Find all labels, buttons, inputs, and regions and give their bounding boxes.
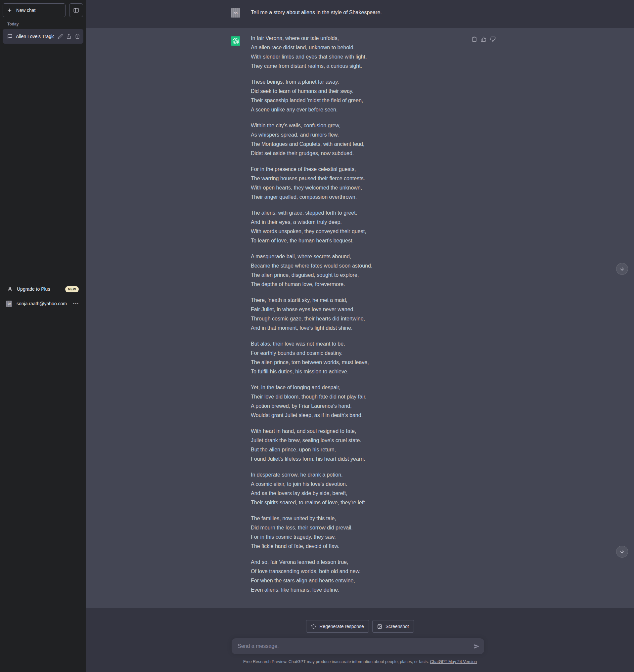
- down-arrow-icon: [619, 266, 625, 271]
- sidebar-conversation-item[interactable]: Alien Love's Tragic T: [3, 29, 84, 44]
- account-avatar: so: [6, 301, 12, 307]
- new-chat-button[interactable]: New chat: [3, 3, 66, 17]
- action-buttons-row: Regenerate response Screenshot: [86, 620, 634, 633]
- plus-icon: [7, 8, 12, 13]
- message-actions: [472, 37, 496, 42]
- chat-main: so Tell me a story about aliens in the s…: [86, 0, 634, 672]
- ellipsis-icon: •••: [73, 301, 79, 306]
- assistant-avatar: [231, 37, 240, 46]
- user-message-row: so Tell me a story about aliens in the s…: [86, 0, 634, 28]
- upgrade-label: Upgrade to Plus: [17, 286, 50, 292]
- poem-stanza: And so, fair Verona learned a lesson tru…: [251, 557, 483, 595]
- person-icon: [7, 286, 13, 292]
- composer-area: Regenerate response Screenshot Free Rese…: [86, 608, 634, 672]
- panel-icon: [73, 7, 79, 13]
- poem-stanza: In fair Verona, where our tale unfolds,A…: [251, 34, 483, 71]
- thumbs-down-icon[interactable]: [490, 37, 496, 42]
- poem-stanza: For in the presence of these celestial g…: [251, 165, 483, 202]
- assistant-message-text: In fair Verona, where our tale unfolds,A…: [251, 34, 483, 595]
- screenshot-label: Screenshot: [385, 624, 409, 629]
- thumbs-up-icon[interactable]: [481, 37, 487, 42]
- poem-stanza: There, 'neath a starlit sky, he met a ma…: [251, 296, 483, 333]
- new-badge: NEW: [65, 286, 79, 292]
- footer-version-link[interactable]: ChatGPT May 24 Version: [430, 659, 477, 664]
- message-composer: [232, 638, 484, 654]
- poem-stanza: In desperate sorrow, he drank a potion,A…: [251, 470, 483, 507]
- chatgpt-app: New chat Today Alien Love's Tragic T: [0, 0, 634, 672]
- footer-disclaimer: Free Research Preview. ChatGPT may produ…: [86, 659, 634, 664]
- share-icon[interactable]: [66, 34, 71, 39]
- send-icon[interactable]: [474, 644, 479, 649]
- conversation-item-actions: [57, 34, 80, 39]
- poem-stanza: These beings, from a planet far away,Did…: [251, 77, 483, 115]
- message-input[interactable]: [232, 638, 484, 654]
- assistant-message-row: In fair Verona, where our tale unfolds,A…: [86, 28, 634, 608]
- new-chat-label: New chat: [16, 8, 36, 13]
- account-email: sonja.raath@yahoo.com: [17, 301, 67, 306]
- user-message-text: Tell me a story about aliens in the styl…: [251, 8, 483, 17]
- sidebar: New chat Today Alien Love's Tragic T: [0, 0, 86, 672]
- poem-stanza: The families, now united by this tale,Di…: [251, 514, 483, 551]
- footer-text: Free Research Preview. ChatGPT may produ…: [243, 659, 430, 664]
- scroll-to-bottom-button[interactable]: [616, 263, 628, 275]
- regenerate-label: Regenerate response: [319, 624, 364, 629]
- clipboard-icon[interactable]: [472, 37, 477, 42]
- trash-icon[interactable]: [75, 34, 80, 39]
- speech-bubble-icon: [7, 34, 13, 39]
- poem-stanza: With heart in hand, and soul resigned to…: [251, 427, 483, 464]
- collapse-sidebar-button[interactable]: [69, 3, 83, 17]
- scroll-to-bottom-button[interactable]: [616, 546, 628, 557]
- poem-stanza: But alas, their love was not meant to be…: [251, 339, 483, 376]
- poem-stanza: Within the city's walls, confusion grew,…: [251, 121, 483, 158]
- conversation-title: Alien Love's Tragic T: [16, 34, 54, 39]
- poem-stanza: A masquerade ball, where secrets abound,…: [251, 252, 483, 289]
- down-arrow-icon: [619, 549, 625, 554]
- screenshot-button[interactable]: Screenshot: [372, 620, 414, 633]
- pencil-icon[interactable]: [57, 34, 63, 39]
- history-section-label: Today: [7, 22, 19, 26]
- image-icon: [377, 624, 382, 629]
- poem-stanza: Yet, in the face of longing and despair,…: [251, 383, 483, 420]
- upgrade-to-plus-button[interactable]: Upgrade to Plus NEW: [3, 282, 84, 296]
- account-menu-button[interactable]: so sonja.raath@yahoo.com •••: [3, 297, 84, 311]
- refresh-icon: [311, 624, 316, 629]
- poem-stanza: The aliens, with grace, stepped forth to…: [251, 208, 483, 245]
- user-avatar: so: [231, 8, 240, 18]
- openai-logo-icon: [233, 38, 239, 44]
- regenerate-response-button[interactable]: Regenerate response: [306, 620, 369, 633]
